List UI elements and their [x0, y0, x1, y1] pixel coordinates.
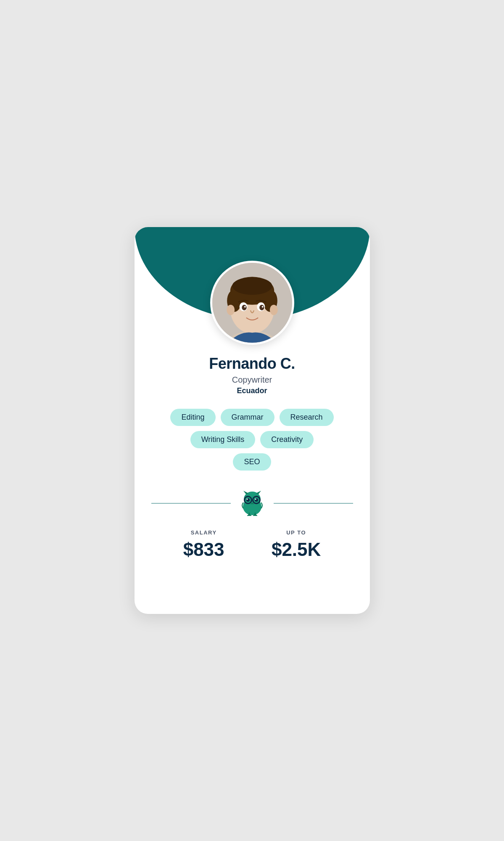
profile-info: Fernando C. Copywriter Ecuador [199, 355, 305, 395]
divider-left [151, 503, 231, 504]
skill-tag: Grammar [221, 409, 274, 426]
skill-tag: Writing Skills [190, 431, 256, 448]
svg-point-13 [259, 305, 264, 310]
salary-max-value: $2.5K [272, 539, 321, 560]
svg-point-7 [232, 277, 272, 295]
profile-name: Fernando C. [209, 355, 295, 373]
salary-current-label: SALARY [183, 529, 224, 536]
skill-tag: Editing [170, 409, 215, 426]
svg-point-26 [246, 499, 248, 500]
profile-location: Ecuador [209, 386, 295, 395]
salary-max-label: UP TO [272, 529, 321, 536]
owl-icon [237, 491, 267, 516]
avatar [210, 261, 294, 345]
skills-section: EditingGrammarResearchWriting SkillsCrea… [135, 395, 370, 477]
svg-point-8 [227, 305, 235, 315]
svg-point-14 [244, 306, 246, 308]
salary-current-block: SALARY $833 [183, 529, 224, 560]
svg-point-27 [255, 499, 256, 500]
skill-tag: SEO [233, 453, 271, 471]
divider-right [274, 503, 353, 504]
divider-section [135, 491, 370, 516]
profile-title: Copywriter [209, 375, 295, 385]
svg-point-9 [269, 305, 277, 315]
svg-point-15 [261, 306, 263, 308]
salary-max-block: UP TO $2.5K [272, 529, 321, 560]
skill-tag: Research [280, 409, 334, 426]
profile-card: Fernando C. Copywriter Ecuador EditingGr… [135, 227, 370, 614]
svg-point-12 [242, 305, 246, 310]
skill-tag: Creativity [260, 431, 314, 448]
salary-section: SALARY $833 UP TO $2.5K [135, 519, 370, 580]
salary-current-value: $833 [183, 539, 224, 560]
